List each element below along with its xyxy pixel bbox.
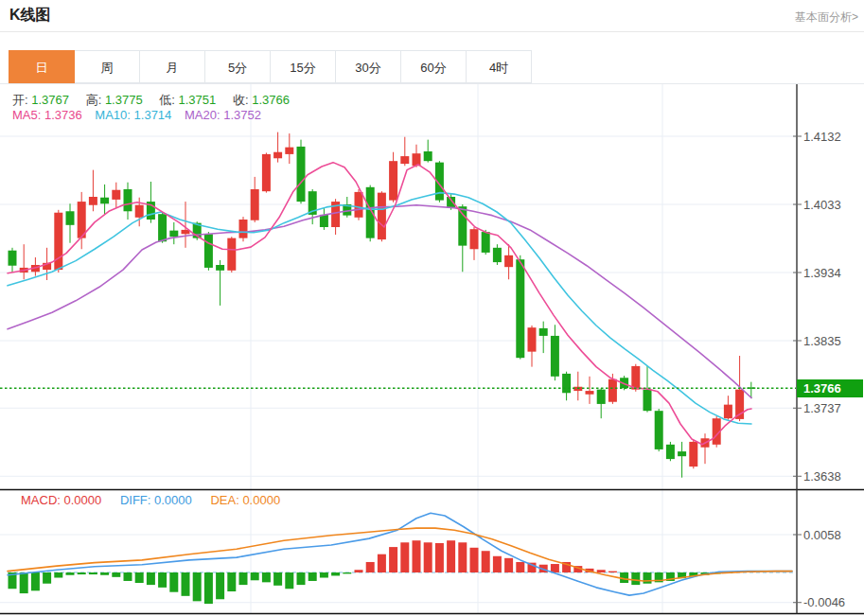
candle[interactable] xyxy=(112,190,120,200)
candle[interactable] xyxy=(424,151,432,161)
macd-bar xyxy=(458,542,467,572)
candle[interactable] xyxy=(562,374,571,393)
candle[interactable] xyxy=(124,189,132,211)
candle[interactable] xyxy=(355,192,363,218)
macd-bar xyxy=(320,572,328,578)
candle[interactable] xyxy=(89,197,97,205)
macd-bar xyxy=(216,572,224,599)
candle[interactable] xyxy=(158,214,167,241)
candle[interactable] xyxy=(227,238,236,271)
tabrow-divider xyxy=(0,83,864,84)
tab-5min[interactable]: 5分 xyxy=(204,50,271,83)
tab-30min[interactable]: 30分 xyxy=(335,50,401,83)
candle[interactable] xyxy=(655,411,663,449)
candle[interactable] xyxy=(320,215,328,227)
page-title: K线图 xyxy=(9,6,51,26)
macd-bar xyxy=(435,543,444,572)
axis-tick-label: 1.4132 xyxy=(803,130,841,144)
candle[interactable] xyxy=(666,445,675,459)
macd-bar xyxy=(470,548,479,572)
ohlc-readout: 开: 1.3767 高: 1.3775 低: 1.3751 收: 1.3766 xyxy=(12,92,303,109)
macd-bar xyxy=(100,572,109,575)
open-value: 1.3767 xyxy=(31,93,69,107)
kline-page: 1.41321.40331.39341.38351.37371.36380.00… xyxy=(0,0,864,616)
tab-day[interactable]: 日 xyxy=(9,50,75,83)
candle[interactable] xyxy=(516,259,524,358)
candle[interactable] xyxy=(285,148,293,154)
tab-month[interactable]: 月 xyxy=(139,50,205,83)
candle[interactable] xyxy=(239,220,248,238)
macd-bar xyxy=(597,570,606,572)
macd-value: 0.0000 xyxy=(64,493,102,507)
candle[interactable] xyxy=(573,387,582,391)
macd-bar xyxy=(158,572,167,588)
candle[interactable] xyxy=(66,211,75,225)
candle[interactable] xyxy=(470,229,479,249)
candle[interactable] xyxy=(597,390,606,404)
candle[interactable] xyxy=(551,336,559,377)
candle[interactable] xyxy=(297,147,306,202)
candle[interactable] xyxy=(378,193,386,239)
close-value: 1.3766 xyxy=(252,93,290,107)
period-tabs: 日 周 月 5分 15分 30分 60分 4时 xyxy=(9,50,532,83)
candle[interactable] xyxy=(169,231,178,238)
macd-bar xyxy=(182,572,190,596)
current-price-tag: 1.3766 xyxy=(797,379,863,397)
candle[interactable] xyxy=(482,232,490,253)
macd-bar xyxy=(20,572,28,593)
candle[interactable] xyxy=(100,198,109,204)
macd-bar xyxy=(297,572,306,585)
tab-60min[interactable]: 60分 xyxy=(400,50,467,83)
candle[interactable] xyxy=(504,255,513,267)
candle[interactable] xyxy=(493,248,502,262)
candle[interactable] xyxy=(413,153,421,166)
candle[interactable] xyxy=(447,197,455,208)
candle[interactable] xyxy=(216,265,224,271)
candle[interactable] xyxy=(389,161,397,200)
ma5-label: MA5: 1.3736 xyxy=(12,108,82,122)
ma20-label: MA20: 1.3752 xyxy=(185,108,261,122)
macd-bar xyxy=(43,572,51,584)
candles[interactable] xyxy=(9,132,756,478)
fundamental-analysis-link[interactable]: 基本面分析> xyxy=(795,9,858,26)
axis-tick-label: 0.0058 xyxy=(803,528,841,542)
macd-bar xyxy=(147,572,155,585)
axis-tick-label: 1.3638 xyxy=(803,469,841,484)
ma10-value: 1.3714 xyxy=(134,108,172,122)
candle[interactable] xyxy=(400,156,409,164)
tab-4hour[interactable]: 4时 xyxy=(466,50,532,83)
candle[interactable] xyxy=(273,152,282,159)
candle[interactable] xyxy=(644,390,652,412)
high-label: 高: xyxy=(86,93,102,107)
macd-histogram xyxy=(9,540,756,604)
macd-bar xyxy=(309,572,317,581)
tab-15min[interactable]: 15分 xyxy=(270,50,336,83)
candle[interactable] xyxy=(135,205,144,218)
candle[interactable] xyxy=(9,251,17,266)
candle[interactable] xyxy=(204,234,213,268)
candle[interactable] xyxy=(366,187,375,238)
candle[interactable] xyxy=(458,206,467,245)
candle[interactable] xyxy=(608,379,617,402)
macd-bar xyxy=(89,572,97,574)
candle[interactable] xyxy=(724,405,732,419)
candle[interactable] xyxy=(689,442,697,466)
macd-bar xyxy=(631,572,640,585)
macd-bar xyxy=(504,558,513,572)
high-value: 1.3775 xyxy=(105,93,143,107)
macd-bar xyxy=(112,572,120,577)
candle[interactable] xyxy=(539,328,548,336)
diff-line xyxy=(8,513,792,595)
candle[interactable] xyxy=(586,391,594,395)
macd-bar xyxy=(482,551,490,572)
macd-bar xyxy=(169,572,178,592)
tab-week[interactable]: 周 xyxy=(74,50,140,83)
candle[interactable] xyxy=(631,366,640,390)
macd-bar xyxy=(644,572,652,584)
candle[interactable] xyxy=(678,451,686,456)
candle[interactable] xyxy=(528,327,537,351)
candle[interactable] xyxy=(54,213,62,270)
macd-bar xyxy=(331,572,340,575)
candle[interactable] xyxy=(262,154,271,191)
candle[interactable] xyxy=(251,189,259,220)
